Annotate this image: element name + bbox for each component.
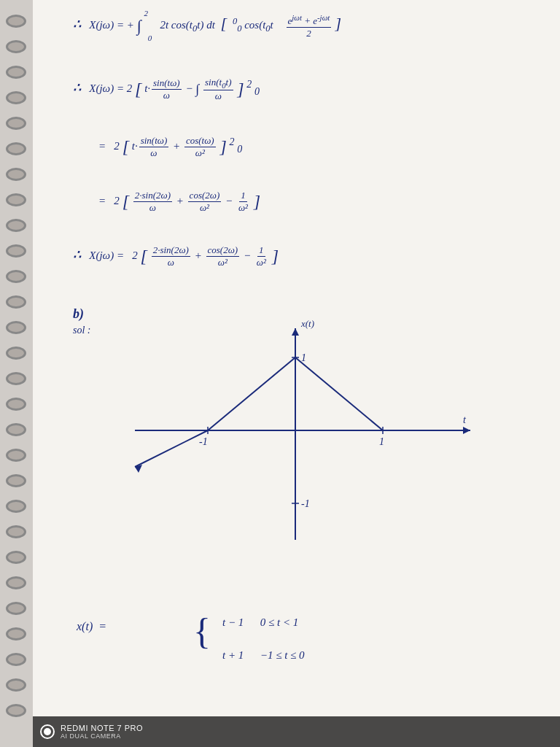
- spiral-ring: [6, 449, 26, 462]
- notebook-content: ∴ X(jω) = + ∫ 2 0 2t cos(t0t) dt [ 00 co…: [33, 0, 560, 747]
- piecewise-brace: {: [193, 613, 211, 649]
- spiral-ring: [6, 142, 26, 155]
- spiral-ring: [6, 66, 26, 79]
- camera-dot: [44, 728, 51, 735]
- spiral-ring: [6, 500, 26, 513]
- spiral-ring: [6, 423, 26, 436]
- spiral-ring: [6, 270, 26, 283]
- spiral-ring: [6, 551, 26, 564]
- spiral-binding: [0, 0, 33, 747]
- equation-line2: ∴ X(jω) = 2 [ t· sin(tω) ω − ∫ sin(t0t) …: [73, 77, 553, 102]
- spiral-ring: [6, 40, 26, 53]
- spiral-ring: [6, 398, 26, 411]
- graph-svg: -1 1 1 -1 t x(t): [120, 314, 485, 554]
- camera-model: REDMI NOTE 7 PRO: [61, 724, 143, 732]
- svg-text:1: 1: [379, 436, 384, 447]
- piecewise-case2: t + 1 −1 ≤ t ≤ 0: [222, 649, 553, 662]
- spiral-ring: [6, 627, 26, 640]
- svg-text:-1: -1: [301, 498, 310, 509]
- svg-marker-1: [463, 427, 470, 434]
- spiral-ring: [6, 117, 26, 130]
- svg-text:1: 1: [301, 352, 306, 363]
- svg-marker-3: [292, 328, 299, 336]
- svg-line-6: [208, 357, 295, 430]
- spiral-ring: [6, 653, 26, 666]
- spiral-ring: [6, 91, 26, 104]
- svg-line-4: [135, 430, 208, 467]
- spiral-ring: [6, 347, 26, 360]
- spiral-ring: [6, 15, 26, 28]
- spiral-ring: [6, 474, 26, 487]
- page: ∴ X(jω) = + ∫ 2 0 2t cos(t0t) dt [ 00 co…: [0, 0, 560, 747]
- part-b-label: b): [73, 306, 84, 322]
- spiral-ring: [6, 372, 26, 385]
- svg-text:-1: -1: [199, 436, 208, 447]
- camera-icon: [40, 724, 55, 739]
- solution-label: sol :: [73, 325, 91, 336]
- spiral-ring: [6, 193, 26, 206]
- equation-line5: ∴ X(jω) = 2 [ 2·sin(2ω) ω + cos(2ω) ω² −…: [73, 244, 553, 268]
- camera-bar: REDMI NOTE 7 PRO AI DUAL CAMERA: [33, 716, 560, 747]
- spiral-ring: [6, 219, 26, 232]
- camera-mode: AI DUAL CAMERA: [61, 732, 143, 740]
- spiral-ring: [6, 321, 26, 334]
- spiral-ring: [6, 704, 26, 717]
- spiral-ring: [6, 244, 26, 258]
- equation-line1: ∴ X(jω) = + ∫ 2 0 2t cos(t0t) dt [ 00 co…: [73, 13, 553, 39]
- svg-text:x(t): x(t): [300, 318, 314, 329]
- equation-line4: = 2 [ 2·sin(2ω) ω + cos(2ω) ω² − 1 ω² ]: [98, 190, 553, 214]
- svg-line-7: [295, 357, 383, 430]
- piecewise-case1: t − 1 0 ≤ t < 1: [222, 616, 553, 629]
- spiral-ring: [6, 168, 26, 181]
- spiral-ring: [6, 295, 26, 309]
- spiral-ring: [6, 525, 26, 538]
- spiral-ring: [6, 576, 26, 589]
- svg-text:t: t: [463, 414, 467, 425]
- spiral-ring: [6, 678, 26, 692]
- spiral-ring: [6, 602, 26, 615]
- equation-line3: = 2 [ t· sin(tω) ω + cos(tω) ω² ] 2 0: [98, 135, 553, 159]
